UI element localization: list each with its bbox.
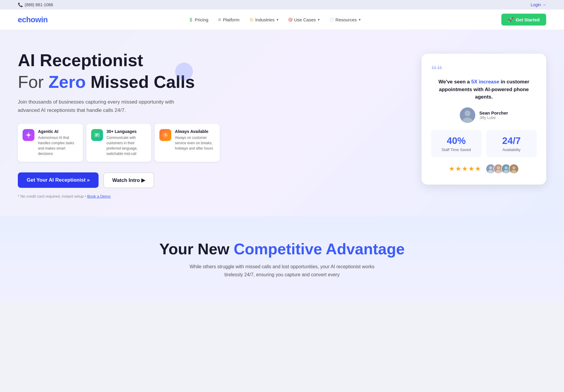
nav-resources[interactable]: 📄 Resources — [329, 17, 361, 22]
logo-text: echo — [18, 15, 35, 24]
hero-zero-text: Zero — [48, 72, 86, 91]
svg-point-16 — [489, 166, 492, 169]
svg-point-2 — [28, 137, 29, 138]
testimonial-card: ❝❝ We've seen a 5X increase in customer … — [422, 54, 546, 185]
stat-box-availability: 24/7 Availability — [486, 130, 537, 157]
nav-platform[interactable]: ⚙ Platform — [218, 17, 240, 22]
avatar-group — [486, 164, 519, 174]
agentic-icon — [23, 129, 34, 141]
hero-right: ❝❝ We've seen a 5X increase in customer … — [422, 54, 546, 185]
phone-icon: 📞 — [18, 2, 23, 7]
svg-point-22 — [505, 166, 508, 169]
logo[interactable]: echowin — [18, 15, 48, 24]
top-bar: 📞 (888) 881-1066 Login → — [0, 0, 564, 9]
svg-point-25 — [512, 166, 516, 169]
feature1-desc: Autonomous AI that handles complex tasks… — [38, 135, 78, 156]
feature-card-available: Always Available Always on customer serv… — [155, 124, 220, 162]
languages-icon — [91, 129, 103, 141]
no-cc-label: * No credit card required, instant setup… — [18, 194, 86, 199]
phone-number: 📞 (888) 881-1066 — [18, 2, 53, 7]
cta-buttons: Get Your AI Receptionist » Watch Intro ▶ — [18, 172, 220, 188]
navbar: echowin 💲 Pricing ⚙ Platform 🔆 Industrie… — [0, 9, 564, 30]
industries-label: Industries — [255, 17, 275, 22]
decorative-circle — [175, 63, 193, 80]
feature-cards: Agentic AI Autonomous AI that handles co… — [18, 124, 220, 162]
author-company: Jiffy Lube — [479, 115, 508, 120]
platform-label: Platform — [223, 17, 240, 22]
feature1-title: Agentic AI — [38, 129, 78, 134]
cta-secondary-label: Watch Intro ▶ — [112, 177, 145, 183]
stats-row: 40% Staff Time Saved 24/7 Availability — [431, 130, 537, 157]
author-avatar — [460, 107, 475, 123]
section2-subtitle: While others struggle with missed calls … — [181, 263, 383, 279]
section2: Your New Competitive Advantage While oth… — [0, 216, 564, 302]
nav-links: 💲 Pricing ⚙ Platform 🔆 Industries 🎯 Use … — [188, 17, 361, 22]
rocket-icon: 🚀 — [508, 17, 514, 22]
resources-label: Resources — [335, 17, 357, 22]
feature2-desc: Communicate with customers in their pref… — [107, 135, 147, 156]
nav-pricing[interactable]: 💲 Pricing — [188, 17, 208, 22]
svg-point-26 — [511, 170, 517, 173]
hero-for-text: For — [18, 72, 48, 91]
get-started-button[interactable]: 🚀 Get Started — [501, 14, 546, 26]
testimonial-text-before: We've seen a — [438, 79, 471, 85]
star-rating: ★★★★★ — [449, 165, 481, 173]
available-icon — [159, 129, 171, 141]
mini-avatar-4 — [509, 164, 519, 174]
testimonial-text: We've seen a 5X increase in customer app… — [431, 78, 537, 101]
svg-point-3 — [26, 134, 27, 136]
feature-text-available: Always Available Always on customer serv… — [175, 129, 215, 151]
feature-text-agentic: Agentic AI Autonomous AI that handles co… — [38, 129, 78, 156]
usecases-icon: 🎯 — [288, 18, 293, 22]
testimonial-author: Sean Porcher Jiffy Lube — [431, 107, 537, 123]
pricing-icon: 💲 — [188, 18, 193, 22]
feature-text-languages: 30+ Languages Communicate with customers… — [107, 129, 147, 156]
nav-industries[interactable]: 🔆 Industries — [249, 17, 278, 22]
platform-icon: ⚙ — [218, 18, 221, 22]
svg-point-1 — [28, 132, 29, 134]
stat1-label: Staff Time Saved — [436, 147, 477, 152]
stat2-label: Availability — [491, 147, 532, 152]
login-link[interactable]: Login → — [531, 2, 546, 7]
usecases-label: Use Cases — [294, 17, 316, 22]
get-started-label: Get Started — [516, 17, 540, 22]
feature-card-languages: 30+ Languages Communicate with customers… — [86, 124, 151, 162]
section2-title-highlight: Competitive Advantage — [234, 240, 405, 258]
cta-primary-button[interactable]: Get Your AI Receptionist » — [18, 172, 99, 188]
svg-point-13 — [465, 110, 470, 116]
stat2-number: 24/7 — [491, 135, 532, 146]
social-proof: ★★★★★ — [431, 164, 537, 174]
logo-accent: win — [35, 15, 48, 24]
hero-subtitle: Join thousands of businesses capturing e… — [18, 98, 184, 114]
stat1-number: 40% — [436, 135, 477, 146]
svg-point-19 — [497, 166, 500, 169]
svg-point-23 — [503, 170, 509, 173]
nav-use-cases[interactable]: 🎯 Use Cases — [288, 17, 320, 22]
resources-icon: 📄 — [329, 18, 334, 22]
quote-mark: ❝❝ — [431, 64, 537, 75]
svg-point-17 — [488, 170, 493, 173]
cta-secondary-button[interactable]: Watch Intro ▶ — [103, 172, 154, 188]
cta-primary-label: Get Your AI Receptionist » — [27, 177, 90, 183]
svg-point-20 — [496, 170, 501, 173]
no-cc-text: * No credit card required, instant setup… — [18, 194, 220, 199]
author-name: Sean Porcher — [479, 110, 508, 115]
industries-icon: 🔆 — [249, 18, 254, 22]
section2-title: Your New Competitive Advantage — [18, 240, 546, 258]
author-info: Sean Porcher Jiffy Lube — [479, 110, 508, 120]
pricing-label: Pricing — [195, 17, 208, 22]
svg-point-0 — [27, 134, 30, 136]
feature3-desc: Always on customer service even on break… — [175, 135, 215, 151]
hero-section: AI Receptionist For Zero Missed Calls Jo… — [0, 30, 564, 216]
feature-card-agentic: Agentic AI Autonomous AI that handles co… — [18, 124, 83, 162]
feature2-title: 30+ Languages — [107, 129, 147, 134]
feature3-title: Always Available — [175, 129, 215, 134]
svg-point-4 — [30, 134, 31, 136]
section2-title-before: Your New — [159, 240, 234, 258]
phone-text: (888) 881-1066 — [25, 2, 53, 7]
stat-box-time: 40% Staff Time Saved — [431, 130, 481, 157]
book-demo-link[interactable]: Book a Demo — [87, 194, 111, 199]
testimonial-highlight: 5X increase — [471, 79, 499, 85]
